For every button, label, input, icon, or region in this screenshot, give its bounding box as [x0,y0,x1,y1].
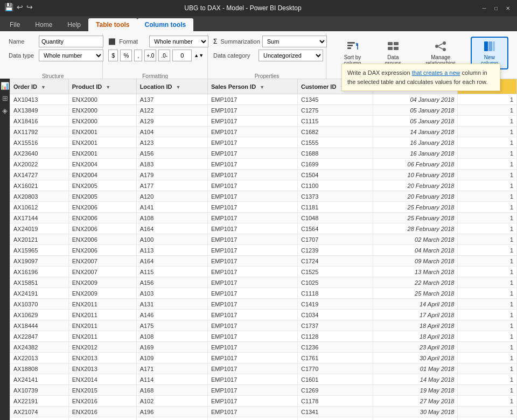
tab-help[interactable]: Help [60,18,88,31]
dec-decimal-button[interactable]: .0- [158,50,170,61]
table-row[interactable]: AX20022ENX2004A183EMP1017C169906 Februar… [10,159,517,170]
svg-point-9 [443,41,446,45]
table-row[interactable]: AX10370ENX2011A131EMP1017C141914 April 2… [10,299,517,310]
tab-file[interactable]: File [2,18,27,31]
table-cell: 09 March 2018 [373,256,458,267]
inc-decimal-button[interactable]: +.0 [144,50,156,61]
table-row[interactable]: AX18444ENX2011A175EMP1017C173718 April 2… [10,320,517,331]
close-button[interactable]: ✕ [504,4,512,12]
table-cell: EMP1017 [207,267,297,277]
table-row[interactable]: AX13849ENX2000A122EMP1017C127505 January… [10,105,517,116]
table-row[interactable]: AX22191ENX2016A102EMP1017C117827 May 201… [10,396,517,407]
table-cell: A123 [136,137,207,148]
datacategory-select[interactable]: Uncategorized [258,50,323,61]
tab-home[interactable]: Home [27,18,60,31]
report-view-icon[interactable]: 📊 [1,82,9,90]
table-cell: EMP1017 [207,374,297,385]
table-row[interactable]: AX22878ENX2017A174EMP1017C148107 June 20… [10,417,517,421]
table-cell: C1269 [297,385,373,396]
col-header-location-id[interactable]: Location ID ▼ [136,79,207,94]
table-cell: ENX2017 [68,417,136,421]
summarization-select[interactable]: Sum [262,36,327,47]
undo-icon[interactable]: ↩ [17,3,23,11]
table-cell: ENX2005 [68,191,136,202]
name-label: Name [9,38,37,45]
table-row[interactable]: AX19097ENX2007A164EMP1017C172409 March 2… [10,256,517,267]
format-select[interactable]: Whole number [149,36,208,47]
svg-rect-6 [388,47,393,50]
table-row[interactable]: AX22013ENX2013A109EMP1017C176130 April 2… [10,353,517,363]
maximize-button[interactable]: □ [492,4,500,12]
table-cell: EMP1017 [207,105,297,116]
table-cell: 1 [458,363,517,374]
table-row[interactable]: AX11792ENX2001A104EMP1017C168214 January… [10,127,517,137]
table-row[interactable]: AX15851ENX2009A156EMP1017C102522 March 2… [10,277,517,288]
datacategory-label: Data category [213,52,256,59]
table-row[interactable]: AX14727ENX2004A179EMP1017C150410 Februar… [10,170,517,180]
svg-point-8 [435,45,438,48]
table-row[interactable]: AX18808ENX2013A171EMP1017C177001 May 201… [10,363,517,374]
table-cell: 14 April 2018 [373,299,458,310]
table-row[interactable]: AX20803ENX2005A120EMP1017C137320 Februar… [10,191,517,202]
table-cell: AX24019 [10,223,69,234]
decimal-input[interactable] [172,50,192,61]
table-row[interactable]: AX20121ENX2006A100EMP1017C170702 March 2… [10,234,517,245]
table-row[interactable]: AX16196ENX2007A115EMP1017C152513 March 2… [10,267,517,277]
col-header-order-id[interactable]: Order ID ▼ [10,79,69,94]
table-cell: C1564 [297,223,373,234]
table-cell: 1 [458,353,517,363]
table-row[interactable]: AX24019ENX2006A164EMP1017C156428 Februar… [10,223,517,234]
minimize-button[interactable]: ─ [480,4,488,12]
table-row[interactable]: AX10413ENX2000A137EMP1017C134504 January… [10,94,517,105]
svg-rect-1 [347,45,353,46]
table-row[interactable]: AX24382ENX2012A169EMP1017C123623 April 2… [10,342,517,353]
datatype-select[interactable]: Whole number [39,50,103,61]
table-row[interactable]: AX10739ENX2015A168EMP1017C126919 May 201… [10,385,517,396]
tab-column-tools[interactable]: Column tools [137,18,194,31]
table-cell: AX24141 [10,374,69,385]
table-row[interactable]: AX23640ENX2001A156EMP1017C168816 January… [10,148,517,159]
table-row[interactable]: AX18416ENX2000A129EMP1017C111505 January… [10,116,517,127]
name-input[interactable] [39,36,103,47]
table-cell: EMP1017 [207,417,297,421]
table-cell: 01 May 2018 [373,363,458,374]
percent-button[interactable]: % [120,50,132,61]
table-cell: A109 [136,353,207,363]
table-cell: ENX2009 [68,288,136,299]
save-icon[interactable]: 💾 [4,3,13,11]
table-cell: C1118 [297,288,373,299]
table-row[interactable]: AX22847ENX2011A108EMP1017C112818 April 2… [10,331,517,342]
table-cell: 23 April 2018 [373,342,458,353]
table-row[interactable]: AX24191ENX2009A103EMP1017C111825 March 2… [10,288,517,299]
table-cell: EMP1017 [207,310,297,320]
table-row[interactable]: AX24141ENX2014A114EMP1017C160114 May 201… [10,374,517,385]
data-table-container[interactable]: Order ID ▼ Product ID ▼ Location ID ▼ Sa… [10,79,517,420]
col-header-sales-person-id[interactable]: Sales Person ID ▼ [207,79,297,94]
table-cell: ENX2006 [68,223,136,234]
table-cell: C1555 [297,137,373,148]
redo-icon[interactable]: ↪ [26,3,33,11]
table-row[interactable]: AX10612ENX2006A141EMP1017C118125 Februar… [10,202,517,213]
table-row[interactable]: AX16021ENX2005A177EMP1017C110020 Februar… [10,180,517,191]
comma-button[interactable]: , [134,50,142,61]
col-header-product-id[interactable]: Product ID ▼ [68,79,136,94]
table-cell: C1761 [297,353,373,363]
table-row[interactable]: AX21074ENX2016A196EMP1017C134130 May 201… [10,407,517,417]
decimal-spinner[interactable]: ▲▼ [194,53,204,58]
currency-button[interactable]: $ [108,50,118,61]
table-cell: 05 January 2018 [373,116,458,127]
table-row[interactable]: AX15965ENX2006A113EMP1017C123904 March 2… [10,245,517,256]
table-cell: A113 [136,245,207,256]
data-view-icon[interactable]: ⊞ [2,94,8,102]
table-row[interactable]: AX10629ENX2011A146EMP1017C103417 April 2… [10,310,517,320]
table-cell: ENX2009 [68,277,136,288]
table-cell: 1 [458,277,517,288]
table-cell: 13 March 2018 [373,267,458,277]
table-row[interactable]: AX17144ENX2006A108EMP1017C104825 Februar… [10,213,517,223]
table-cell: 1 [458,331,517,342]
table-cell: ENX2007 [68,267,136,277]
table-cell: AX11792 [10,127,69,137]
tab-table-tools[interactable]: Table tools [88,18,137,31]
model-view-icon[interactable]: ◈ [2,107,8,115]
table-row[interactable]: AX15516ENX2001A123EMP1017C155516 January… [10,137,517,148]
